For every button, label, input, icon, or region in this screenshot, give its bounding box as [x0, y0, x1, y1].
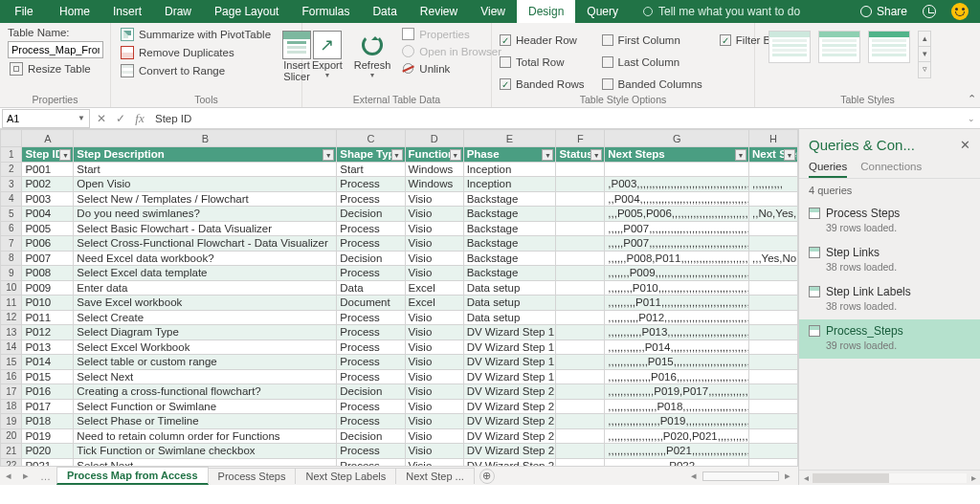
pane-tab-connections[interactable]: Connections: [860, 157, 922, 178]
banded-columns-checkbox[interactable]: Banded Columns: [602, 75, 702, 94]
table-style-swatch[interactable]: [868, 31, 910, 63]
resize-table-button[interactable]: Resize Table: [8, 61, 103, 77]
cell[interactable]: ,,,,,,,,,P011,,,,,,,,,,,,,,,,,,,,,,,,,,,…: [605, 296, 749, 311]
cell[interactable]: Visio: [405, 384, 463, 400]
table-name-input[interactable]: [8, 41, 103, 58]
cell[interactable]: Backstage: [463, 207, 556, 222]
last-column-checkbox[interactable]: Last Column: [602, 53, 702, 72]
tell-me-search[interactable]: Tell me what you want to do: [630, 0, 813, 23]
cell[interactable]: [556, 251, 605, 266]
cell[interactable]: DV Wizard Step 2: [463, 384, 556, 400]
cell[interactable]: Save Excel workbook: [74, 296, 337, 311]
cell[interactable]: DV Wizard Step 1: [463, 355, 556, 370]
query-item[interactable]: Step Link Labels38 rows loaded.: [799, 280, 980, 319]
cell[interactable]: Tick Function or Swimlane checkbox: [74, 444, 337, 459]
ribbon-tab-review[interactable]: Review: [409, 0, 469, 23]
cell[interactable]: Select Excel data template: [74, 266, 337, 281]
hscroll-right[interactable]: ▸: [781, 470, 794, 482]
table-header[interactable]: Status▼: [556, 147, 605, 163]
cell[interactable]: Inception: [463, 162, 556, 177]
cell[interactable]: Start: [74, 162, 337, 177]
cell[interactable]: Creating a cross-functional flowchart?: [74, 384, 337, 400]
cell[interactable]: ,,,,,,,,P010,,,,,,,,,,,,,,,,,,,,,,,,,,,,…: [605, 280, 749, 296]
sheet-tab[interactable]: Next Step Labels: [295, 468, 396, 484]
unlink-button[interactable]: Unlink: [400, 61, 503, 76]
cell[interactable]: Process: [337, 236, 405, 252]
cell[interactable]: Inception: [463, 177, 556, 192]
row-header[interactable]: 22: [1, 458, 22, 466]
convert-range-button[interactable]: Convert to Range: [119, 63, 273, 78]
table-header[interactable]: Function▼: [405, 147, 463, 163]
cell[interactable]: Visio: [405, 310, 463, 325]
cell[interactable]: P006: [22, 236, 74, 252]
cell[interactable]: P021: [22, 458, 74, 466]
filter-dropdown-icon[interactable]: ▼: [542, 149, 553, 161]
export-button[interactable]: Export▾: [310, 27, 345, 83]
add-sheet-button[interactable]: ⊕: [479, 469, 495, 484]
cell[interactable]: DV Wizard Step 2: [463, 414, 556, 429]
row-header[interactable]: 6: [1, 221, 22, 236]
cell[interactable]: P014: [22, 355, 74, 370]
cell[interactable]: Process: [337, 325, 405, 340]
col-header-G[interactable]: G: [605, 130, 749, 147]
formula-input[interactable]: Step ID: [149, 113, 963, 124]
row-header[interactable]: 14: [1, 340, 22, 355]
filter-dropdown-icon[interactable]: ▼: [391, 149, 403, 161]
cell[interactable]: Backstage: [463, 251, 556, 266]
cell[interactable]: Process: [337, 414, 405, 429]
row-header[interactable]: 10: [1, 280, 22, 296]
row-header[interactable]: 13: [1, 325, 22, 340]
cell[interactable]: Visio: [405, 369, 463, 384]
cell[interactable]: P017: [22, 399, 74, 414]
table-header[interactable]: Shape Type▼: [337, 147, 405, 163]
cell[interactable]: [749, 191, 798, 207]
ribbon-tab-design[interactable]: Design: [517, 0, 575, 23]
cell[interactable]: [556, 221, 605, 236]
cell[interactable]: [556, 340, 605, 355]
total-row-checkbox[interactable]: Total Row: [500, 53, 585, 72]
row-header[interactable]: 12: [1, 310, 22, 325]
cell[interactable]: Document: [337, 296, 405, 311]
cell[interactable]: Select Next: [74, 369, 337, 384]
cell[interactable]: [556, 266, 605, 281]
row-header[interactable]: 7: [1, 236, 22, 252]
table-header[interactable]: Next Step▼: [749, 147, 798, 163]
cell[interactable]: Backstage: [463, 191, 556, 207]
cell[interactable]: Backstage: [463, 236, 556, 252]
cell[interactable]: ,,,P005,P006,,,,,,,,,,,,,,,,,,,,,,,,,,,,…: [605, 207, 749, 222]
cancel-formula-button[interactable]: ✕: [92, 112, 111, 125]
cell[interactable]: Data: [337, 280, 405, 296]
cell[interactable]: P008: [22, 266, 74, 281]
expand-formula-bar[interactable]: ⌄: [963, 114, 980, 123]
ribbon-tab-insert[interactable]: Insert: [101, 0, 153, 23]
pane-hscroll-track[interactable]: [813, 473, 967, 483]
cell[interactable]: ,,,,,,P008,P011,,,,,,,,,,,,,,,,,,,,,,,,,…: [605, 251, 749, 266]
cell[interactable]: [556, 325, 605, 340]
cell[interactable]: Select Phase or Timeline: [74, 414, 337, 429]
col-header-C[interactable]: C: [337, 130, 405, 147]
cell[interactable]: ,,No,Yes,,: [749, 207, 798, 222]
cell[interactable]: ,,,,,,,,,,,,,,,P019,P017,,,,,,,,,,,,,,,,…: [605, 384, 749, 400]
cell[interactable]: [556, 399, 605, 414]
row-header[interactable]: 2: [1, 162, 22, 177]
cell[interactable]: DV Wizard Step 2: [463, 458, 556, 466]
cell[interactable]: Process: [337, 310, 405, 325]
cell[interactable]: DV Wizard Step 2: [463, 444, 556, 459]
cell[interactable]: [556, 428, 605, 444]
cell[interactable]: Select Create: [74, 310, 337, 325]
cell[interactable]: Visio: [405, 355, 463, 370]
table-style-swatch[interactable]: [768, 31, 811, 63]
row-header[interactable]: 21: [1, 444, 22, 459]
col-header-A[interactable]: A: [22, 130, 74, 147]
remove-duplicates-button[interactable]: Remove Duplicates: [119, 45, 273, 60]
ribbon-tab-query[interactable]: Query: [575, 0, 630, 23]
row-header[interactable]: 16: [1, 369, 22, 384]
query-item[interactable]: Process Steps39 rows loaded.: [799, 202, 980, 241]
tab-nav-next[interactable]: ▸: [17, 470, 34, 482]
filter-dropdown-icon[interactable]: ▼: [735, 149, 746, 161]
cell[interactable]: [556, 280, 605, 296]
cell[interactable]: [749, 384, 798, 400]
col-header-B[interactable]: B: [74, 130, 337, 147]
cell[interactable]: P010: [22, 296, 74, 311]
cell[interactable]: Excel: [405, 280, 463, 296]
